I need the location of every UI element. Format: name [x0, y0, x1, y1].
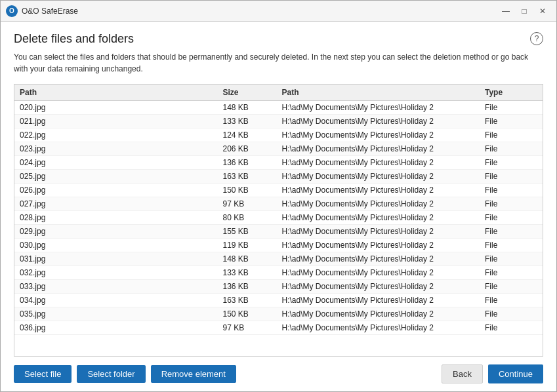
cell-path: H:\ad\My Documents\My Pictures\Holiday 2 [282, 199, 485, 208]
cell-path: H:\ad\My Documents\My Pictures\Holiday 2 [282, 117, 485, 126]
cell-filename: 021.jpg [20, 117, 223, 126]
window-title: O&O SafeErase [22, 7, 497, 16]
cell-filename: 022.jpg [20, 130, 223, 140]
cell-type: File [485, 323, 537, 332]
cell-path: H:\ad\My Documents\My Pictures\Holiday 2 [282, 282, 485, 291]
cell-type: File [485, 227, 537, 236]
maximize-button[interactable]: □ [516, 4, 533, 18]
continue-button[interactable]: Continue [488, 364, 543, 383]
cell-filename: 034.jpg [20, 296, 223, 305]
select-folder-button[interactable]: Select folder [77, 365, 145, 383]
cell-type: File [485, 103, 537, 112]
cell-type: File [485, 282, 537, 291]
cell-path: H:\ad\My Documents\My Pictures\Holiday 2 [282, 186, 485, 195]
back-button[interactable]: Back [442, 364, 483, 383]
title-bar: O O&O SafeErase — □ ✕ [1, 1, 556, 22]
cell-type: File [485, 241, 537, 250]
cell-filename: 025.jpg [20, 172, 223, 181]
cell-filename: 028.jpg [20, 213, 223, 222]
cell-path: H:\ad\My Documents\My Pictures\Holiday 2 [282, 130, 485, 140]
bottom-bar: Select file Select folder Remove element… [14, 364, 543, 383]
table-row[interactable]: 028.jpg 80 KB H:\ad\My Documents\My Pict… [14, 211, 543, 225]
select-file-button[interactable]: Select file [14, 365, 72, 383]
table-row[interactable]: 025.jpg 163 KB H:\ad\My Documents\My Pic… [14, 170, 543, 184]
table-row[interactable]: 031.jpg 148 KB H:\ad\My Documents\My Pic… [14, 252, 543, 266]
table-row[interactable]: 026.jpg 150 KB H:\ad\My Documents\My Pic… [14, 184, 543, 197]
table-header: Path Size Path Type [14, 85, 543, 101]
table-row[interactable]: 020.jpg 148 KB H:\ad\My Documents\My Pic… [14, 101, 543, 115]
table-row[interactable]: 021.jpg 133 KB H:\ad\My Documents\My Pic… [14, 115, 543, 128]
cell-type: File [485, 268, 537, 277]
cell-size: 119 KB [223, 241, 282, 250]
cell-path: H:\ad\My Documents\My Pictures\Holiday 2 [282, 296, 485, 305]
cell-filename: 035.jpg [20, 309, 223, 319]
app-icon: O [6, 5, 18, 17]
page-header: Delete files and folders ? [14, 32, 543, 46]
cell-type: File [485, 254, 537, 264]
cell-path: H:\ad\My Documents\My Pictures\Holiday 2 [282, 172, 485, 181]
cell-filename: 029.jpg [20, 227, 223, 236]
cell-type: File [485, 186, 537, 195]
close-button[interactable]: ✕ [534, 4, 551, 18]
cell-type: File [485, 144, 537, 153]
col-header-size: Size [223, 88, 282, 97]
cell-type: File [485, 158, 537, 167]
cell-filename: 020.jpg [20, 103, 223, 112]
cell-filename: 032.jpg [20, 268, 223, 277]
cell-size: 136 KB [223, 282, 282, 291]
table-row[interactable]: 027.jpg 97 KB H:\ad\My Documents\My Pict… [14, 197, 543, 211]
cell-path: H:\ad\My Documents\My Pictures\Holiday 2 [282, 213, 485, 222]
cell-size: 80 KB [223, 213, 282, 222]
table-row[interactable]: 036.jpg 97 KB H:\ad\My Documents\My Pict… [14, 321, 543, 335]
left-action-buttons: Select file Select folder Remove element [14, 365, 236, 383]
cell-path: H:\ad\My Documents\My Pictures\Holiday 2 [282, 268, 485, 277]
table-row[interactable]: 035.jpg 150 KB H:\ad\My Documents\My Pic… [14, 307, 543, 321]
cell-type: File [485, 309, 537, 319]
cell-size: 133 KB [223, 117, 282, 126]
table-row[interactable]: 032.jpg 133 KB H:\ad\My Documents\My Pic… [14, 266, 543, 280]
cell-path: H:\ad\My Documents\My Pictures\Holiday 2 [282, 144, 485, 153]
cell-filename: 036.jpg [20, 323, 223, 332]
cell-path: H:\ad\My Documents\My Pictures\Holiday 2 [282, 227, 485, 236]
table-row[interactable]: 029.jpg 155 KB H:\ad\My Documents\My Pic… [14, 225, 543, 239]
col-header-path: Path [20, 88, 223, 97]
navigation-buttons: Back Continue [442, 364, 543, 383]
cell-type: File [485, 296, 537, 305]
table-row[interactable]: 033.jpg 136 KB H:\ad\My Documents\My Pic… [14, 280, 543, 294]
file-table-wrapper: Path Size Path Type 020.jpg 148 KB H:\ad… [14, 84, 543, 357]
cell-filename: 023.jpg [20, 144, 223, 153]
main-content: Delete files and folders ? You can selec… [1, 22, 556, 391]
cell-type: File [485, 213, 537, 222]
table-row[interactable]: 024.jpg 136 KB H:\ad\My Documents\My Pic… [14, 156, 543, 170]
table-row[interactable]: 022.jpg 124 KB H:\ad\My Documents\My Pic… [14, 128, 543, 142]
remove-element-button[interactable]: Remove element [151, 365, 236, 383]
cell-path: H:\ad\My Documents\My Pictures\Holiday 2 [282, 309, 485, 319]
cell-path: H:\ad\My Documents\My Pictures\Holiday 2 [282, 254, 485, 264]
table-row[interactable]: 023.jpg 206 KB H:\ad\My Documents\My Pic… [14, 142, 543, 156]
cell-filename: 026.jpg [20, 186, 223, 195]
cell-size: 136 KB [223, 158, 282, 167]
table-row[interactable]: 034.jpg 163 KB H:\ad\My Documents\My Pic… [14, 294, 543, 307]
cell-filename: 031.jpg [20, 254, 223, 264]
table-row[interactable]: 030.jpg 119 KB H:\ad\My Documents\My Pic… [14, 239, 543, 252]
cell-size: 163 KB [223, 296, 282, 305]
cell-size: 97 KB [223, 323, 282, 332]
cell-size: 148 KB [223, 254, 282, 264]
col-header-type: Type [485, 88, 537, 97]
page-title: Delete files and folders [14, 32, 134, 46]
cell-size: 150 KB [223, 186, 282, 195]
cell-path: H:\ad\My Documents\My Pictures\Holiday 2 [282, 103, 485, 112]
minimize-button[interactable]: — [497, 4, 514, 18]
cell-type: File [485, 172, 537, 181]
page-description: You can select the files and folders tha… [14, 51, 543, 75]
cell-size: 97 KB [223, 199, 282, 208]
help-icon[interactable]: ? [530, 32, 543, 45]
table-body: 020.jpg 148 KB H:\ad\My Documents\My Pic… [14, 101, 543, 356]
cell-type: File [485, 130, 537, 140]
cell-path: H:\ad\My Documents\My Pictures\Holiday 2 [282, 241, 485, 250]
cell-size: 124 KB [223, 130, 282, 140]
col-header-fullpath: Path [282, 88, 485, 97]
window-controls: — □ ✕ [497, 4, 551, 18]
cell-filename: 033.jpg [20, 282, 223, 291]
cell-filename: 030.jpg [20, 241, 223, 250]
